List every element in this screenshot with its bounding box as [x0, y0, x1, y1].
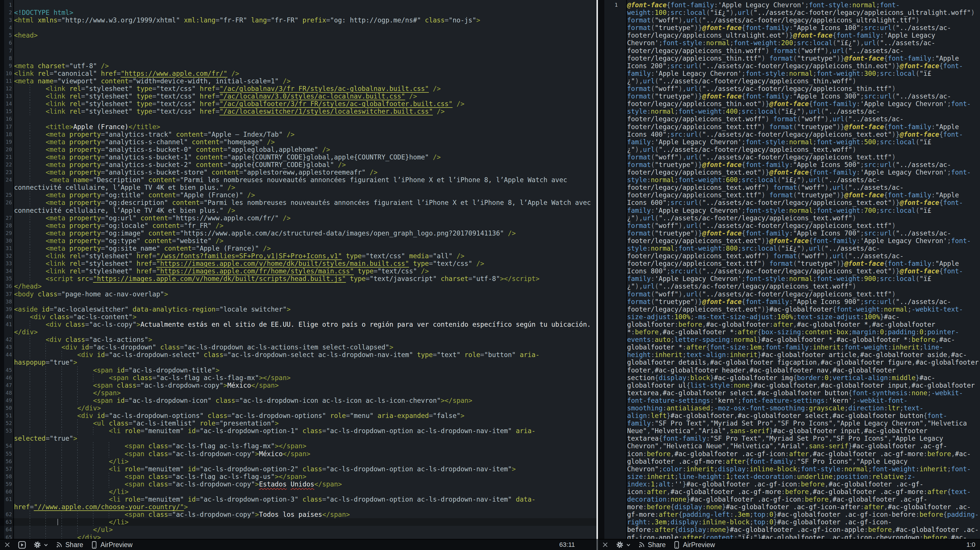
- code-line[interactable]: 17 <title>Apple (France)</title>: [0, 123, 597, 131]
- line-number: 1: [598, 1, 627, 539]
- code-line[interactable]: 63 </li>: [0, 518, 597, 526]
- code-line[interactable]: 60 </li>: [0, 488, 597, 496]
- code-line[interactable]: 14 <link rel="stylesheet" type="text/css…: [0, 100, 597, 108]
- code-line[interactable]: 23 <meta property="analytics-s-bucket-st…: [0, 168, 597, 176]
- code-line[interactable]: 43 <div id="ac-ls-dropdown" class="ac-ls…: [0, 343, 597, 351]
- code-line[interactable]: 10<link rel="canonical" href="https://ww…: [0, 70, 597, 77]
- line-number: 26: [0, 199, 14, 214]
- code-line[interactable]: 37<body class="page-home ac-nav-overlap"…: [0, 290, 597, 298]
- line-number: 16: [0, 115, 14, 123]
- line-number: 8: [0, 54, 14, 62]
- code-line[interactable]: 36</head>: [0, 282, 597, 290]
- code-line[interactable]: 31 <meta property="og:site_name" content…: [0, 244, 597, 252]
- gear-icon: [33, 541, 41, 548]
- code-line[interactable]: 21 <meta property="analytics-s-bucket-1"…: [0, 153, 597, 161]
- code-line[interactable]: 1@font-face{font-family:'Apple Legacy Ch…: [598, 1, 980, 539]
- code-line[interactable]: 27 <meta property="og:url" content="http…: [0, 214, 597, 222]
- cursor-position: 63:11: [559, 541, 575, 548]
- code-line[interactable]: 34 <link rel="stylesheet" href="https://…: [0, 267, 597, 275]
- code-line[interactable]: 16: [0, 115, 597, 123]
- code-line[interactable]: 1: [0, 1, 597, 9]
- code-line[interactable]: 54 <span class="ac-ls-flag ac-ls-flag-mx…: [0, 442, 597, 450]
- code-line[interactable]: 56 </li>: [0, 458, 597, 465]
- gear-icon: [616, 541, 624, 548]
- code-line[interactable]: 24 <meta name="Description" content="Par…: [0, 176, 597, 191]
- code-line[interactable]: 61 <li role="menuitem" id="ac-ls-dropdow…: [0, 496, 597, 510]
- code-line[interactable]: 57 <li role="menuitem" id="ac-ls-dropdow…: [0, 465, 597, 473]
- code-line[interactable]: 47 <span class="ac-ls-dropdown-copy">Méx…: [0, 382, 597, 389]
- code-line[interactable]: 38: [0, 298, 597, 306]
- code-line[interactable]: 25 <meta property="og:title" content="Ap…: [0, 191, 597, 199]
- line-number: 17: [0, 123, 14, 131]
- code-line[interactable]: 35 <script src="https://images.apple.com…: [0, 275, 597, 282]
- code-line[interactable]: 32 <link rel="stylesheet" href="/wss/fon…: [0, 252, 597, 260]
- code-line[interactable]: 62 <span class="ac-ls-dropdown-copy">Tod…: [0, 510, 597, 518]
- code-line[interactable]: 30 <meta property="og:type" content="web…: [0, 237, 597, 244]
- airpreview-button[interactable]: AirPreview: [673, 541, 715, 549]
- line-number: 21: [0, 153, 14, 161]
- code-line[interactable]: 7: [0, 47, 597, 54]
- line-number: 55: [0, 450, 14, 458]
- code-line[interactable]: 64 </ul>: [0, 526, 597, 533]
- code-line[interactable]: 13 <link rel="stylesheet" type="text/css…: [0, 92, 597, 100]
- code-line[interactable]: 53 <li role="menuitem" id="ac-ls-dropdow…: [0, 427, 597, 442]
- code-line[interactable]: 65 </div>: [0, 534, 597, 539]
- line-number: 23: [0, 168, 14, 176]
- line-number: 43: [0, 343, 14, 351]
- code-line[interactable]: 52 <ul class="ac-ls-itemlist" role="pres…: [0, 419, 597, 427]
- code-line[interactable]: 11<meta name="viewport" content="width=d…: [0, 77, 597, 85]
- code-line[interactable]: 51 <div id="ac-ls-dropdown-options" clas…: [0, 412, 597, 419]
- code-line[interactable]: 46 <span class="ac-ls-flag ac-ls-flag-mx…: [0, 374, 597, 382]
- code-line[interactable]: 19 <meta property="analytics-s-channel" …: [0, 138, 597, 146]
- code-line[interactable]: 18 <meta property="analytics-track" cont…: [0, 131, 597, 138]
- code-line[interactable]: 8: [0, 54, 597, 62]
- code-line[interactable]: 41 <div class="ac-ls-copy">Actualmente e…: [0, 321, 597, 336]
- line-number: 58: [0, 473, 14, 480]
- code-line[interactable]: 42 <div class="ac-ls-actions">: [0, 336, 597, 343]
- code-line[interactable]: 9<meta charset="utf-8" />: [0, 62, 597, 70]
- close-button[interactable]: [4, 542, 11, 548]
- code-line[interactable]: 45 <span id="ac-ls-dropdown-title">: [0, 366, 597, 374]
- share-button[interactable]: Share: [638, 541, 666, 549]
- line-number: 65: [0, 534, 14, 539]
- code-line[interactable]: 29 <meta property="og:image" content="ht…: [0, 229, 597, 237]
- code-line[interactable]: 3<html xmlns="http://www.w3.org/1999/xht…: [0, 16, 597, 24]
- code-line[interactable]: 22 <meta property="analytics-s-bucket-2"…: [0, 161, 597, 168]
- code-line[interactable]: 6: [0, 39, 597, 47]
- code-line[interactable]: 59 <span class="ac-ls-dropdown-copy">Est…: [0, 480, 597, 488]
- code-line[interactable]: 55 <span class="ac-ls-dropdown-copy">Méx…: [0, 450, 597, 458]
- code-line[interactable]: 2<!DOCTYPE html>: [0, 9, 597, 16]
- settings-button[interactable]: [616, 541, 631, 548]
- code-line[interactable]: 15 <link rel="stylesheet" type="text/css…: [0, 108, 597, 115]
- code-line[interactable]: 4: [0, 24, 597, 32]
- close-button[interactable]: [602, 542, 608, 548]
- line-number: 18: [0, 131, 14, 138]
- code-line[interactable]: 26 <meta property="og:description" conte…: [0, 199, 597, 214]
- line-number: 14: [0, 100, 14, 108]
- line-number: 44: [0, 351, 14, 366]
- code-line[interactable]: 58 <span class="ac-ls-flag ac-ls-flag-us…: [0, 473, 597, 480]
- code-line[interactable]: 50 </div>: [0, 404, 597, 412]
- code-line[interactable]: 28 <meta property="og:locale" content="f…: [0, 222, 597, 229]
- code-line[interactable]: 5<head>: [0, 32, 597, 39]
- left-code-area[interactable]: 12<!DOCTYPE html>3<html xmlns="http://ww…: [0, 0, 597, 539]
- right-statusbar: Share AirPreview 1:0: [598, 539, 980, 550]
- share-label: Share: [648, 541, 666, 549]
- code-line[interactable]: 40 <div class="ac-ls-content">: [0, 313, 597, 321]
- right-code-area[interactable]: 1@font-face{font-family:'Apple Legacy Ch…: [598, 0, 980, 539]
- line-number: 4: [0, 24, 14, 32]
- code-line[interactable]: 33 <link rel="stylesheet" href="https://…: [0, 260, 597, 267]
- code-line[interactable]: 49 <span id="ac-ls-dropdown-icon" class=…: [0, 397, 597, 404]
- run-button[interactable]: [18, 541, 26, 549]
- line-number: 35: [0, 275, 14, 282]
- airpreview-button[interactable]: AirPreview: [91, 541, 132, 549]
- code-line[interactable]: 12 <link rel="stylesheet" type="text/css…: [0, 85, 597, 92]
- share-button[interactable]: Share: [56, 541, 83, 549]
- code-line[interactable]: 44 <div id="ac-ls-dropdown-select" class…: [0, 351, 597, 366]
- line-number: 25: [0, 191, 14, 199]
- broadcast-icon: [638, 541, 645, 548]
- code-line[interactable]: 48 </span>: [0, 389, 597, 397]
- settings-button[interactable]: [33, 541, 48, 548]
- code-line[interactable]: 20 <meta property="analytics-s-bucket-0"…: [0, 146, 597, 153]
- code-line[interactable]: 39<aside id="ac-localeswitcher" data-ana…: [0, 306, 597, 313]
